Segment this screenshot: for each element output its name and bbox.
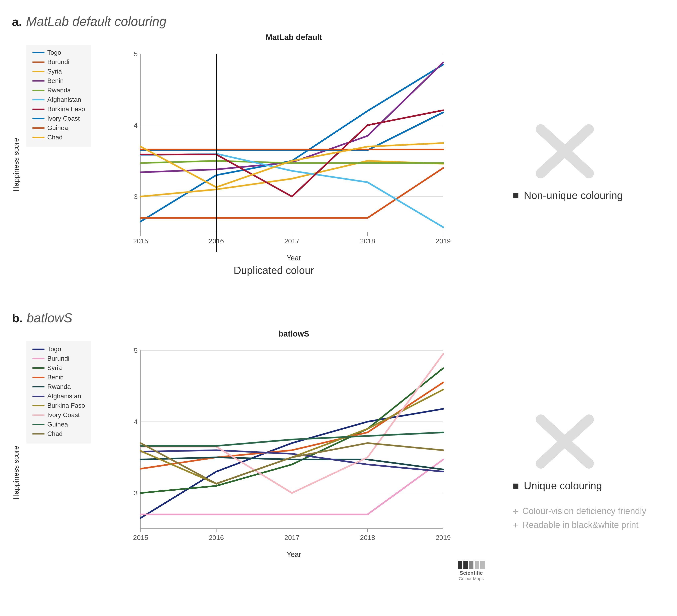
right-panel-b: ■ Unique colouring + Colour-vision defic… (497, 309, 677, 616)
svg-text:5: 5 (134, 346, 138, 354)
chart-svg-b: 34520152016201720182019 (129, 338, 459, 549)
legend-item: Burkina Faso (33, 402, 85, 409)
section-header-a: a. MatLab default colouring (12, 12, 497, 29)
legend-item: Guinea (33, 124, 85, 132)
scientific-logo: Scientific Colour Maps (458, 561, 485, 581)
chart-area-b: b. batlowS Happiness score Togo Burundi … (12, 309, 497, 616)
chart-area-a: a. MatLab default colouring Happiness sc… (12, 12, 497, 296)
section-a: a. MatLab default colouring Happiness sc… (0, 0, 677, 296)
legend-item: Syria (33, 364, 85, 372)
chart-main-a: Happiness score Togo Burundi Syria Benin… (12, 33, 497, 296)
svg-text:4: 4 (134, 418, 138, 425)
y-axis-label-b: Happiness score (12, 446, 20, 500)
svg-text:2019: 2019 (436, 534, 451, 541)
svg-text:2015: 2015 (133, 237, 148, 245)
legend-item: Ivory Coast (33, 115, 85, 122)
x-axis-label-a: Year (286, 254, 301, 262)
legend-item: Syria (33, 68, 85, 75)
check-mark-svg (535, 414, 595, 470)
svg-text:4: 4 (134, 122, 138, 129)
section-title-b: batlowS (27, 311, 72, 325)
legend-item: Burundi (33, 58, 85, 66)
section-b: b. batlowS Happiness score Togo Burundi … (0, 296, 677, 616)
chart-svg-a: 34520152016201720182019 (129, 42, 459, 252)
section-label-a: a. (12, 15, 22, 29)
svg-text:5: 5 (134, 50, 138, 58)
annotation-text-a: Non-unique colouring (524, 189, 623, 201)
section-label-b: b. (12, 311, 22, 325)
chart-main-b: Happiness score Togo Burundi Syria Benin… (12, 329, 497, 616)
legend-item: Rwanda (33, 87, 85, 94)
y-axis-label-a: Happiness score (12, 138, 20, 191)
chart-with-legend-b: Togo Burundi Syria Benin Rwanda Afghanis… (22, 329, 497, 616)
legend-item: Burundi (33, 355, 85, 362)
legend-item: Ivory Coast (33, 411, 85, 419)
page-container: a. MatLab default colouring Happiness sc… (0, 0, 677, 616)
chart-title-b: batlowS (278, 329, 309, 338)
legend-item: Benin (33, 374, 85, 381)
legend-item: Afghanistan (33, 392, 85, 400)
legend-item: Benin (33, 77, 85, 85)
svg-text:2018: 2018 (360, 534, 375, 541)
legend-item: Chad (33, 134, 85, 141)
legend-item: Burkina Faso (33, 105, 85, 113)
chart-title-a: MatLab default (266, 33, 322, 42)
chart-with-legend-a: Togo Burundi Syria Benin Rwanda Afghanis… (22, 33, 497, 296)
annotation-text-b: Unique colouring (524, 480, 602, 491)
annotation-sub-1: + Colour-vision deficiency friendly (513, 506, 646, 517)
legend-item: Rwanda (33, 383, 85, 390)
legend-a: Togo Burundi Syria Benin Rwanda Afghanis… (27, 45, 91, 147)
legend-item: Togo (33, 345, 85, 353)
legend-item: Guinea (33, 421, 85, 428)
legend-item: Afghanistan (33, 96, 85, 103)
x-axis-label-b: Year (286, 550, 301, 559)
duplicated-label: Duplicated colour (234, 264, 314, 276)
annotation-a: ■ Non-unique colouring (513, 189, 623, 201)
svg-text:2017: 2017 (284, 534, 300, 541)
svg-text:2019: 2019 (436, 237, 451, 245)
svg-text:3: 3 (134, 193, 138, 200)
x-mark-svg (535, 123, 595, 179)
svg-text:2015: 2015 (133, 534, 148, 541)
svg-text:2016: 2016 (209, 534, 224, 541)
legend-item: Chad (33, 430, 85, 437)
right-panel-a: ■ Non-unique colouring (497, 12, 677, 296)
annotation-sub-2: + Readable in black&white print (513, 519, 638, 530)
svg-text:3: 3 (134, 489, 138, 497)
section-header-b: b. batlowS (12, 309, 497, 325)
legend-b: Togo Burundi Syria Benin Rwanda Afghanis… (27, 341, 91, 443)
section-title-a: MatLab default colouring (26, 14, 167, 29)
annotation-b-main: ■ Unique colouring (513, 480, 602, 491)
svg-text:2017: 2017 (284, 237, 300, 245)
svg-text:2018: 2018 (360, 237, 375, 245)
legend-item: Togo (33, 49, 85, 56)
